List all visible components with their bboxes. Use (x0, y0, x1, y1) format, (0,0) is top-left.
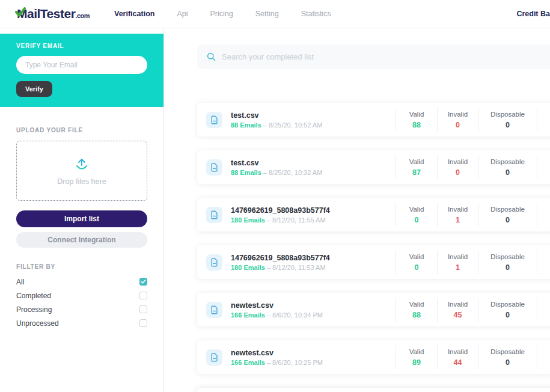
filter-list: All Completed Processing Unprocessed (16, 275, 147, 330)
disposable-stat: Disposable 0 (478, 345, 537, 369)
column-divider (537, 203, 537, 227)
import-list-button[interactable]: Import list (16, 210, 147, 227)
list-item[interactable]: test.csv 88 Emails8/25/20, 10:52 AM Vali… (197, 103, 550, 136)
invalid-label: Invalid (438, 301, 478, 308)
invalid-value: 45 (438, 311, 478, 319)
invalid-stat: Invalid 0 (437, 108, 478, 132)
file-icon (206, 254, 222, 271)
disposable-value: 0 (478, 311, 537, 319)
filter-checkbox[interactable] (139, 278, 147, 286)
file-info: test.csv 88 Emails8/25/20, 10:32 AM (231, 159, 396, 176)
filter-checkbox[interactable] (139, 305, 147, 313)
email-count: 180 Emails (231, 216, 265, 224)
invalid-value: 44 (438, 358, 478, 367)
valid-stat: Valid 0 (396, 203, 437, 227)
valid-value: 88 (396, 311, 437, 319)
search-input[interactable] (222, 52, 550, 61)
invalid-value: 0 (438, 168, 478, 177)
credit-balance-link[interactable]: Credit Ba (516, 10, 550, 18)
disposable-stat: Disposable 0 (478, 203, 537, 227)
list-item[interactable]: 1476962619_5808a93b577f4 180 Emails8/12/… (197, 198, 550, 231)
disposable-label: Disposable (478, 206, 537, 213)
list-item[interactable]: test.csv 88 Emails8/25/20, 10:32 AM Vali… (197, 150, 550, 184)
disposable-label: Disposable (478, 158, 537, 165)
file-info: 1476962619_5808a93b577f4 180 Emails8/12/… (231, 254, 396, 271)
valid-stat: Valid 88 (396, 108, 437, 132)
file-subtext: 166 Emails8/6/20, 10:34 PM (231, 311, 396, 319)
valid-value: 89 (396, 358, 437, 367)
filter-option[interactable]: All (16, 275, 147, 289)
nav-verification[interactable]: Verification (114, 10, 154, 18)
invalid-stat: Invalid 45 (437, 298, 478, 322)
filter-option-label: Processing (16, 305, 52, 314)
nav-setting[interactable]: Setting (255, 10, 279, 18)
email-input[interactable] (16, 56, 147, 74)
logo[interactable]: MailTester.com (17, 7, 90, 21)
email-count: 88 Emails (231, 121, 261, 129)
file-icon (206, 207, 222, 223)
valid-value: 0 (396, 263, 437, 272)
list-item-partial[interactable] (197, 388, 550, 392)
list-item[interactable]: newtest.csv 166 Emails8/6/20, 10:25 PM V… (197, 340, 550, 374)
upload-icon (74, 156, 90, 172)
connect-integration-button[interactable]: Connect Integration (16, 232, 147, 248)
upload-date: 8/25/20, 10:32 AM (261, 169, 323, 176)
verify-button[interactable]: Verify (16, 81, 52, 97)
valid-label: Valid (396, 111, 437, 118)
column-divider (537, 298, 537, 322)
list-item[interactable]: 1476962619_5808a93b577f4 180 Emails8/12/… (197, 245, 550, 279)
filter-option-label: Completed (16, 292, 51, 300)
filter-option[interactable]: Completed (16, 289, 147, 302)
file-name: 1476962619_5808a93b577f4 (231, 206, 396, 215)
disposable-stat: Disposable 0 (478, 155, 537, 179)
filter-option[interactable]: Unprocessed (16, 316, 147, 330)
email-count: 166 Emails (231, 359, 265, 366)
disposable-label: Disposable (478, 301, 537, 308)
file-name: newtest.csv (231, 301, 396, 310)
file-name: 1476962619_5808a93b577f4 (231, 254, 396, 262)
valid-label: Valid (396, 206, 437, 213)
filter-checkbox[interactable] (139, 292, 147, 299)
invalid-value: 1 (438, 216, 478, 224)
invalid-stat: Invalid 1 (437, 203, 478, 227)
upload-date: 8/12/20, 11:55 AM (265, 216, 326, 224)
valid-stat: Valid 89 (396, 345, 437, 369)
disposable-stat: Disposable 0 (478, 108, 537, 132)
logo-checkmark-icon (15, 7, 26, 18)
invalid-stat: Invalid 44 (437, 345, 478, 369)
main-nav: Verification Api Pricing Setting Statist… (114, 10, 331, 18)
upload-date: 8/12/20, 11:53 AM (265, 264, 326, 271)
invalid-label: Invalid (438, 348, 478, 355)
invalid-label: Invalid (438, 206, 478, 213)
search-bar (197, 44, 550, 69)
file-info: newtest.csv 166 Emails8/6/20, 10:34 PM (231, 301, 396, 319)
valid-label: Valid (396, 253, 437, 260)
file-name: test.csv (231, 159, 396, 167)
disposable-label: Disposable (478, 348, 537, 355)
disposable-stat: Disposable 0 (478, 250, 537, 274)
disposable-value: 0 (478, 168, 537, 177)
column-divider (537, 250, 537, 274)
file-dropzone[interactable]: Drop files here (16, 141, 147, 201)
nav-pricing[interactable]: Pricing (210, 10, 233, 18)
nav-api[interactable]: Api (177, 10, 188, 18)
email-count: 88 Emails (231, 169, 261, 176)
valid-value: 87 (396, 168, 437, 177)
valid-label: Valid (396, 348, 437, 355)
valid-label: Valid (396, 301, 437, 308)
file-name: newtest.csv (231, 349, 396, 357)
filter-checkbox[interactable] (139, 319, 147, 327)
nav-statistics[interactable]: Statistics (301, 10, 331, 18)
file-info: test.csv 88 Emails8/25/20, 10:52 AM (231, 111, 396, 129)
valid-label: Valid (396, 158, 437, 165)
upload-section-title: UPLOAD YOUR FILE (16, 127, 147, 133)
upload-date: 8/6/20, 10:34 PM (265, 311, 323, 319)
disposable-value: 0 (478, 216, 537, 224)
search-icon (207, 52, 216, 61)
column-divider (537, 345, 537, 369)
file-icon (206, 349, 222, 366)
filter-option[interactable]: Processing (16, 302, 147, 316)
top-navbar: MailTester.com Verification Api Pricing … (0, 0, 550, 28)
list-item[interactable]: newtest.csv 166 Emails8/6/20, 10:34 PM V… (197, 293, 550, 326)
logo-suffix: .com (75, 12, 90, 19)
